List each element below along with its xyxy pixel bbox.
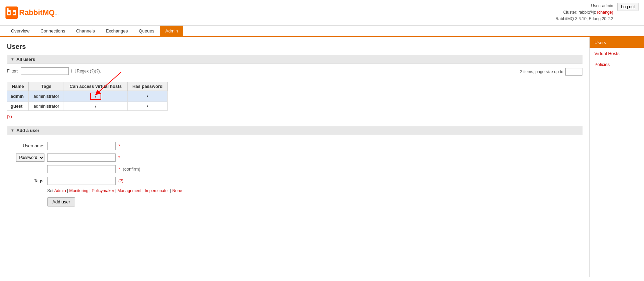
all-users-section-title: All users xyxy=(16,57,35,62)
username-label: Username: xyxy=(7,143,44,148)
table-container: Name Tags Can access virtual hosts Has p… xyxy=(7,82,168,111)
tag-management-link[interactable]: Management xyxy=(117,188,141,193)
header-right: User: admin Cluster: rabbit@jz (change) … xyxy=(555,3,639,23)
set-tags-row: Set Admin | Monitoring | Policymaker | M… xyxy=(47,188,582,193)
nav-item-exchanges[interactable]: Exchanges xyxy=(100,26,133,36)
tag-impersonator-link[interactable]: Impersonator xyxy=(145,188,169,193)
filter-row: Filter: Regex (?)(?). xyxy=(7,67,101,75)
section-collapse-arrow: ▼ xyxy=(11,57,14,61)
tag-none-link[interactable]: None xyxy=(172,188,182,193)
sidebar-item-virtual-hosts[interactable]: Virtual Hosts xyxy=(590,48,644,59)
version-info: RabbitMQ 3.6.10, Erlang 20.2.2 xyxy=(555,16,613,22)
password-input[interactable] xyxy=(47,153,116,162)
logo: RabbitMQ... xyxy=(5,6,59,19)
page-size-row: 2 items, page size up to 100 xyxy=(520,68,582,76)
nav-item-connections[interactable]: Connections xyxy=(35,26,70,36)
rabbitmq-logo-icon xyxy=(5,6,18,19)
page-size-input[interactable]: 100 xyxy=(565,68,582,76)
regex-label: Regex (?)(?). xyxy=(71,69,101,73)
add-user-collapse-arrow: ▼ xyxy=(11,128,14,132)
user-name-guest[interactable]: guest xyxy=(7,102,29,110)
change-cluster-link[interactable]: (change) xyxy=(597,10,613,15)
user-tags-guest: administrator xyxy=(29,102,64,110)
tag-admin-link[interactable]: Admin xyxy=(54,188,66,193)
col-header-virtual-hosts: Can access virtual hosts xyxy=(64,82,128,91)
nav-item-channels[interactable]: Channels xyxy=(70,26,100,36)
user-vhosts-admin[interactable]: / xyxy=(64,91,128,102)
user-name-admin[interactable]: admin xyxy=(7,91,29,102)
svg-rect-4 xyxy=(8,12,10,14)
user-vhosts-guest[interactable]: / xyxy=(64,102,128,110)
username-input[interactable] xyxy=(47,142,116,150)
tags-help-link[interactable]: (?) xyxy=(118,178,123,183)
user-password-guest: • xyxy=(128,102,168,110)
table-row: guest administrator / • xyxy=(7,102,168,110)
all-users-section-header[interactable]: ▼ All users xyxy=(7,55,582,64)
password-type-select[interactable]: Password xyxy=(16,153,44,162)
filter-input[interactable] xyxy=(21,67,69,75)
set-label: Set xyxy=(47,188,53,193)
users-table: Name Tags Can access virtual hosts Has p… xyxy=(7,82,168,111)
main-nav: Overview Connections Channels Exchanges … xyxy=(0,26,644,37)
nav-item-admin[interactable]: Admin xyxy=(160,26,183,36)
logo-text: RabbitMQ... xyxy=(19,8,59,17)
add-user-form: Username: * Password * xyxy=(7,138,582,210)
add-user-section: ▼ Add a user Username: * Password xyxy=(7,126,582,210)
vhost-annotation-container: / xyxy=(90,93,101,100)
password-label-area: Password xyxy=(7,153,44,162)
add-user-button[interactable]: Add user xyxy=(47,197,75,206)
password-confirm-row: * (confirm) xyxy=(7,165,582,173)
app-header: RabbitMQ... User: admin Cluster: rabbit@… xyxy=(0,0,644,26)
password-row: Password * xyxy=(7,153,582,162)
tag-policymaker-link[interactable]: Policymaker xyxy=(92,188,114,193)
tags-row: Tags: (?) xyxy=(7,177,582,185)
add-user-section-title: Add a user xyxy=(16,128,39,133)
username-required: * xyxy=(118,143,120,148)
username-row: Username: * xyxy=(7,142,582,150)
col-header-tags: Tags xyxy=(29,82,64,91)
svg-rect-3 xyxy=(7,8,9,11)
logout-button[interactable]: Log out xyxy=(617,3,639,11)
nav-item-queues[interactable]: Queues xyxy=(133,26,160,36)
regex-checkbox[interactable] xyxy=(71,69,76,73)
svg-rect-5 xyxy=(13,12,15,14)
confirm-label: (confirm) xyxy=(123,166,140,172)
logo-mq: MQ xyxy=(42,8,54,17)
admin-sidebar: Users Virtual Hosts Policies xyxy=(589,37,644,277)
main-layout: Users ▼ All users Filter: Regex (?)(?). … xyxy=(0,37,644,277)
nav-item-overview[interactable]: Overview xyxy=(5,26,35,36)
col-header-has-password: Has password xyxy=(128,82,168,91)
tag-monitoring-link[interactable]: Monitoring xyxy=(69,188,89,193)
tags-label: Tags: xyxy=(7,178,44,183)
password-confirm-input[interactable] xyxy=(47,165,116,173)
password-confirm-required: * xyxy=(118,166,120,172)
tags-input[interactable] xyxy=(47,177,116,185)
logo-rabbit: Rabbit xyxy=(19,8,42,17)
password-required: * xyxy=(118,155,120,160)
filter-label: Filter: xyxy=(7,68,18,73)
sidebar-item-policies[interactable]: Policies xyxy=(590,59,644,70)
page-size-label: 2 items, page size up to xyxy=(520,69,563,74)
table-help: (?) xyxy=(7,114,582,119)
vhost-value-admin: / xyxy=(90,93,101,100)
main-content: Users ▼ All users Filter: Regex (?)(?). … xyxy=(0,37,589,277)
cluster-info: Cluster: rabbit@jz (change) xyxy=(555,9,613,16)
user-password-admin: • xyxy=(128,91,168,102)
table-row: admin administrator / xyxy=(7,91,168,102)
header-info: User: admin Cluster: rabbit@jz (change) … xyxy=(555,3,613,23)
user-tags-admin: administrator xyxy=(29,91,64,102)
sidebar-item-users[interactable]: Users xyxy=(590,37,644,48)
table-help-link[interactable]: (?) xyxy=(7,114,12,119)
user-info: User: admin xyxy=(555,3,613,9)
add-user-section-header[interactable]: ▼ Add a user xyxy=(7,126,582,135)
page-title: Users xyxy=(7,43,582,51)
col-header-name: Name xyxy=(7,82,29,91)
filter-area: Filter: Regex (?)(?). 2 items, page size… xyxy=(7,67,582,79)
